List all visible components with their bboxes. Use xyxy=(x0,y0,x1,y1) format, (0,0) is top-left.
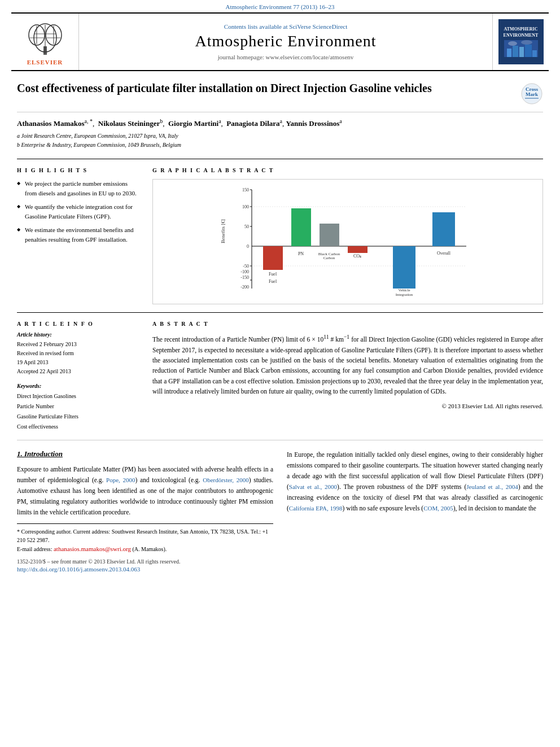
journal-badge: ATMOSPHERIC ENVIRONMENT xyxy=(492,14,549,70)
svg-text:50: 50 xyxy=(244,224,249,229)
intro-heading: 1. Introduction xyxy=(17,449,273,458)
ca-epa-link[interactable]: California EPA, 1998 xyxy=(289,505,343,512)
abstract-heading: A B S T R A C T xyxy=(152,321,543,327)
sciverse-link[interactable]: Contents lists available at SciVerse Sci… xyxy=(224,23,347,30)
keyword-2: Particle Number xyxy=(17,401,141,412)
svg-rect-50 xyxy=(393,246,415,289)
abstract-column: A B S T R A C T The recent introduction … xyxy=(152,321,543,432)
svg-text:Overall: Overall xyxy=(437,251,451,256)
accepted-date: Accepted 22 April 2013 xyxy=(17,367,141,376)
salvat-link[interactable]: Salvat et al., 2000 xyxy=(289,483,337,490)
svg-text:0: 0 xyxy=(247,244,249,249)
svg-text:-50: -50 xyxy=(243,264,249,269)
svg-text:100: 100 xyxy=(242,204,249,209)
footnote-email: E-mail address: athanasios.mamakos@swri.… xyxy=(17,544,273,554)
highlights-heading: H I G H L I G H T S xyxy=(17,167,141,173)
keyword-3: Gasoline Particulate Filters xyxy=(17,412,141,422)
affiliations: a Joint Research Centre, European Commis… xyxy=(17,132,543,150)
keywords-heading: Keywords: xyxy=(17,383,141,389)
abstract-text: The recent introduction of a Particle Nu… xyxy=(152,333,543,396)
atmospheric-environment-badge: ATMOSPHERIC ENVIRONMENT xyxy=(498,19,544,64)
journal-header: ELSEVIER Contents lists available at Sci… xyxy=(11,12,549,71)
svg-point-18 xyxy=(521,40,532,45)
graphical-abstract-column: G R A P H I C A L A B S T R A C T Benefi… xyxy=(152,167,543,304)
received-date: Received 2 February 2013 xyxy=(17,340,141,349)
article-title-section: Cost effectiveness of particulate filter… xyxy=(17,71,543,112)
copyright-text: © 2013 Elsevier Ltd. All rights reserved… xyxy=(152,403,543,409)
svg-text:CO₂: CO₂ xyxy=(353,254,361,259)
journal-homepage-link: journal homepage: www.elsevier.com/locat… xyxy=(218,54,354,60)
badge-image-icon xyxy=(504,40,538,57)
footnote-star: * Corresponding author. Current address:… xyxy=(17,527,273,544)
main-content: Cost effectiveness of particulate filter… xyxy=(0,71,560,583)
highlights-list: We project the particle number emissions… xyxy=(17,179,141,244)
svg-point-17 xyxy=(508,41,517,46)
svg-rect-48 xyxy=(320,229,339,246)
svg-text:Fuel: Fuel xyxy=(269,279,277,284)
bar-chart: Benefits [€] 150 100 50 0 -50 -100 -150 xyxy=(158,184,538,297)
revised-date: 19 April 2013 xyxy=(17,358,141,367)
body-left-col: 1. Introduction Exposure to ambient Part… xyxy=(17,449,273,573)
svg-rect-14 xyxy=(519,47,524,57)
doi-link[interactable]: http://dx.doi.org/10.1016/j.atmosenv.201… xyxy=(17,566,140,573)
svg-rect-16 xyxy=(532,50,537,57)
svg-text:Carbon: Carbon xyxy=(323,256,335,260)
crossmark-badge-icon[interactable]: Cross Mark xyxy=(520,82,543,105)
svg-text:-100: -100 xyxy=(240,269,249,274)
keywords-section: Keywords: Direct Injection Gasolines Par… xyxy=(17,383,141,432)
authors-section: Athanasios Mamakosa, *, Nikolaus Steinin… xyxy=(17,112,543,153)
svg-text:Integration: Integration xyxy=(396,292,413,297)
svg-text:PN: PN xyxy=(298,251,304,256)
graphical-abstract-heading: G R A P H I C A L A B S T R A C T xyxy=(152,167,543,173)
svg-rect-53 xyxy=(432,212,455,246)
affiliation-a: a Joint Research Centre, European Commis… xyxy=(17,132,543,141)
footnote-section: * Corresponding author. Current address:… xyxy=(17,523,273,574)
keyword-4: Cost effectiveness xyxy=(17,422,141,432)
svg-rect-49 xyxy=(348,246,368,252)
com-link[interactable]: COM, 2005 xyxy=(423,505,453,512)
revised-heading: Received in revised form xyxy=(17,349,141,358)
svg-rect-13 xyxy=(513,46,518,57)
email-author: (A. Mamakos). xyxy=(133,546,167,552)
svg-text:-150: -150 xyxy=(240,275,249,280)
keyword-1: Direct Injection Gasolines xyxy=(17,391,141,401)
journal-reference: Atmospheric Environment 77 (2013) 16–23 xyxy=(0,0,560,12)
svg-rect-12 xyxy=(507,49,511,57)
elsevier-tree-icon xyxy=(20,18,71,58)
highlights-graphical-section: H I G H L I G H T S We project the parti… xyxy=(17,159,543,313)
journal-title-section: Contents lists available at SciVerse Sci… xyxy=(79,14,492,70)
elsevier-logo-section: ELSEVIER xyxy=(11,14,79,70)
chart-container: Benefits [€] 150 100 50 0 -50 -100 -150 xyxy=(152,179,543,304)
body-right-col: In Europe, the regulation initially tack… xyxy=(287,449,543,573)
issn-line: 1352-2310/$ – see front matter © 2013 El… xyxy=(17,558,273,565)
svg-rect-47 xyxy=(291,218,311,246)
history-heading: Article history: xyxy=(17,331,141,338)
svg-rect-15 xyxy=(525,45,532,57)
highlights-column: H I G H L I G H T S We project the parti… xyxy=(17,167,141,304)
svg-text:Benefits [€]: Benefits [€] xyxy=(220,220,226,244)
pope-link[interactable]: Pope, 2000 xyxy=(106,477,135,483)
authors-list: Athanasios Mamakosa, *, Nikolaus Steinin… xyxy=(17,118,543,128)
jeuland-link[interactable]: Jeuland et al., 2004 xyxy=(466,483,518,490)
article-info-column: A R T I C L E I N F O Article history: R… xyxy=(17,321,141,432)
highlight-item-2: We quantify the vehicle integration cost… xyxy=(17,202,141,221)
svg-text:-200: -200 xyxy=(240,285,249,290)
highlight-item-1: We project the particle number emissions… xyxy=(17,179,141,198)
oberdorster-link[interactable]: Oberdörster, 2000 xyxy=(203,477,248,483)
svg-rect-46 xyxy=(263,246,283,269)
svg-text:Fuel: Fuel xyxy=(269,272,277,277)
svg-text:Black Carbon: Black Carbon xyxy=(318,252,340,256)
body-two-col: 1. Introduction Exposure to ambient Part… xyxy=(17,449,543,573)
intro-para1: Exposure to ambient Particulate Matter (… xyxy=(17,464,273,518)
highlight-item-3: We estimate the environmental benefits a… xyxy=(17,225,141,244)
info-abstract-section: A R T I C L E I N F O Article history: R… xyxy=(17,313,543,440)
elsevier-wordmark: ELSEVIER xyxy=(27,59,63,65)
svg-text:Vehicle: Vehicle xyxy=(399,288,410,292)
svg-text:150: 150 xyxy=(242,187,249,193)
article-info-heading: A R T I C L E I N F O xyxy=(17,321,141,327)
affiliation-b: b Enterprise & Industry, European Commis… xyxy=(17,141,543,150)
email-link[interactable]: athanasios.mamakos@swri.org xyxy=(54,545,131,552)
journal-name: Atmospheric Environment xyxy=(195,32,377,50)
introduction-section: 1. Introduction Exposure to ambient Part… xyxy=(17,440,543,582)
article-title: Cost effectiveness of particulate filter… xyxy=(17,80,515,96)
